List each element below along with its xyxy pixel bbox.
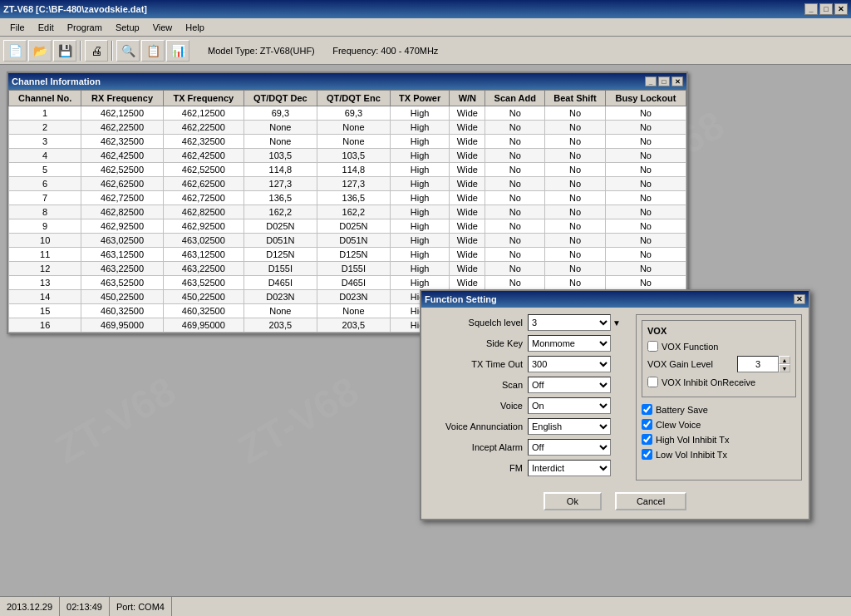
toolbar-print-btn[interactable]: 🖨 <box>85 40 108 62</box>
table-cell: None <box>243 135 317 149</box>
incept-alarm-select[interactable]: Off <box>528 439 611 456</box>
vox-gain-down-btn[interactable]: ▼ <box>779 364 790 372</box>
table-cell: High <box>390 234 449 248</box>
table-cell: 462,42500 <box>81 149 163 163</box>
cancel-button[interactable]: Cancel <box>615 492 686 510</box>
toolbar-open-btn[interactable]: 📂 <box>28 40 52 62</box>
table-cell: No <box>485 149 545 163</box>
table-cell: 462,82500 <box>163 205 243 219</box>
vox-inhibit-checkbox[interactable] <box>647 377 658 387</box>
table-row[interactable]: 6462,62500462,62500127,3127,3HighWideNoN… <box>9 177 686 191</box>
menu-help[interactable]: Help <box>179 21 211 34</box>
table-cell: No <box>545 219 606 234</box>
squelch-select[interactable]: 3 <box>528 314 611 331</box>
toolbar-clipboard-btn[interactable]: 📋 <box>141 40 165 62</box>
menu-setup[interactable]: Setup <box>109 21 146 34</box>
table-cell: No <box>485 163 545 177</box>
close-button[interactable]: ✕ <box>834 3 848 15</box>
table-row[interactable]: 1462,12500462,1250069,369,3HighWideNoNoN… <box>9 106 686 121</box>
function-dialog-right: VOX VOX Function VOX Gain Level ▲ ▼ <box>636 314 802 480</box>
table-cell: 463,12500 <box>81 248 163 262</box>
table-row[interactable]: 9462,92500462,92500D025ND025NHighWideNoN… <box>9 219 686 234</box>
table-cell: D465I <box>243 276 317 290</box>
table-row[interactable]: 11463,12500463,12500D125ND125NHighWideNo… <box>9 248 686 262</box>
channel-close-btn[interactable]: ✕ <box>671 76 683 86</box>
table-cell: 7 <box>9 191 81 205</box>
table-row[interactable]: 12463,22500463,22500D155ID155IHighWideNo… <box>9 262 686 276</box>
table-cell: Wide <box>450 191 485 205</box>
status-date: 2013.12.29 <box>0 597 60 616</box>
table-cell: High <box>390 219 449 234</box>
sidekey-select[interactable]: Monmome <box>528 335 611 352</box>
channel-title-controls: _ □ ✕ <box>645 76 683 86</box>
high-vol-checkbox[interactable] <box>642 434 652 445</box>
battery-save-checkbox[interactable] <box>642 404 652 415</box>
incept-alarm-row: Incept Alarm Off <box>428 439 629 456</box>
table-cell: No <box>485 205 545 219</box>
table-cell: 14 <box>9 290 81 304</box>
col-beat-shift: Beat Shift <box>545 91 606 106</box>
table-row[interactable]: 8462,82500462,82500162,2162,2HighWideNoN… <box>9 205 686 219</box>
table-cell: None <box>317 304 390 318</box>
table-cell: No <box>545 191 606 205</box>
toolbar-chart-btn[interactable]: 📊 <box>166 40 189 62</box>
table-cell: D051N <box>243 234 317 248</box>
function-dialog: Function Setting ✕ Squelch level 3 ▼ Sid… <box>420 289 810 520</box>
status-time: 02:13:49 <box>60 597 110 616</box>
voice-annunciation-select[interactable]: English <box>528 418 611 435</box>
table-cell: D051N <box>317 234 390 248</box>
toolbar-search-btn[interactable]: 🔍 <box>116 40 140 62</box>
voice-select[interactable]: On <box>528 397 611 414</box>
scan-select[interactable]: Off <box>528 377 611 393</box>
menu-edit[interactable]: Edit <box>32 21 61 34</box>
vox-gain-input[interactable] <box>737 356 779 372</box>
incept-alarm-label: Incept Alarm <box>428 442 528 452</box>
table-row[interactable]: 10463,02500463,02500D051ND051NHighWideNo… <box>9 234 686 248</box>
channel-restore-btn[interactable]: □ <box>658 76 670 86</box>
toolbar-new-btn[interactable]: 📄 <box>3 40 27 62</box>
table-row[interactable]: 3462,32500462,32500NoneNoneHighWideNoNoN… <box>9 135 686 149</box>
table-cell: No <box>485 234 545 248</box>
txtimeout-select[interactable]: 300 <box>528 356 611 372</box>
vox-inhibit-row: VOX Inhibit OnReceive <box>647 377 790 387</box>
table-cell: 10 <box>9 234 81 248</box>
vox-gain-spinner: ▲ ▼ <box>779 356 790 372</box>
table-cell: Wide <box>450 248 485 262</box>
vox-gain-label: VOX Gain Level <box>647 359 737 369</box>
table-cell: 203,5 <box>243 318 317 333</box>
table-cell: 103,5 <box>243 149 317 163</box>
table-row[interactable]: 5462,52500462,52500114,8114,8HighWideNoN… <box>9 163 686 177</box>
vox-function-checkbox[interactable] <box>647 341 658 352</box>
table-cell: 463,12500 <box>163 248 243 262</box>
ok-button[interactable]: Ok <box>544 492 602 510</box>
sidekey-row: Side Key Monmome <box>428 335 629 352</box>
minimize-button[interactable]: _ <box>804 3 818 15</box>
voice-row: Voice On <box>428 397 629 414</box>
fm-select[interactable]: Interdict <box>528 460 611 476</box>
table-row[interactable]: 13463,52500463,52500D465ID465IHighWideNo… <box>9 276 686 290</box>
vox-gain-row: VOX Gain Level ▲ ▼ <box>647 356 790 372</box>
table-row[interactable]: 4462,42500462,42500103,5103,5HighWideNoN… <box>9 149 686 163</box>
table-cell: No <box>605 177 686 191</box>
table-row[interactable]: 2462,22500462,22500NoneNoneHighWideNoNoN… <box>9 121 686 135</box>
menu-file[interactable]: File <box>3 21 32 34</box>
clew-voice-checkbox[interactable] <box>642 419 652 430</box>
table-row[interactable]: 7462,72500462,72500136,5136,5HighWideNoN… <box>9 191 686 205</box>
table-cell: 136,5 <box>243 191 317 205</box>
channel-minimize-btn[interactable]: _ <box>645 76 657 86</box>
toolbar-separator-2 <box>111 41 113 61</box>
high-vol-row: High Vol Inhibit Tx <box>642 434 796 445</box>
restore-button[interactable]: □ <box>819 3 833 15</box>
vox-section: VOX VOX Function VOX Gain Level ▲ ▼ <box>642 320 796 397</box>
table-cell: No <box>485 248 545 262</box>
function-dialog-close-btn[interactable]: ✕ <box>794 294 805 304</box>
menu-program[interactable]: Program <box>61 21 109 34</box>
vox-gain-up-btn[interactable]: ▲ <box>779 356 790 364</box>
menu-view[interactable]: View <box>146 21 180 34</box>
app-title: ZT-V68 [C:\BF-480\zavodskie.dat] <box>3 4 147 14</box>
vox-function-label: VOX Function <box>662 342 718 352</box>
low-vol-checkbox[interactable] <box>642 449 652 460</box>
toolbar-save-btn[interactable]: 💾 <box>53 40 76 62</box>
table-cell: D155I <box>243 262 317 276</box>
table-cell: No <box>485 121 545 135</box>
